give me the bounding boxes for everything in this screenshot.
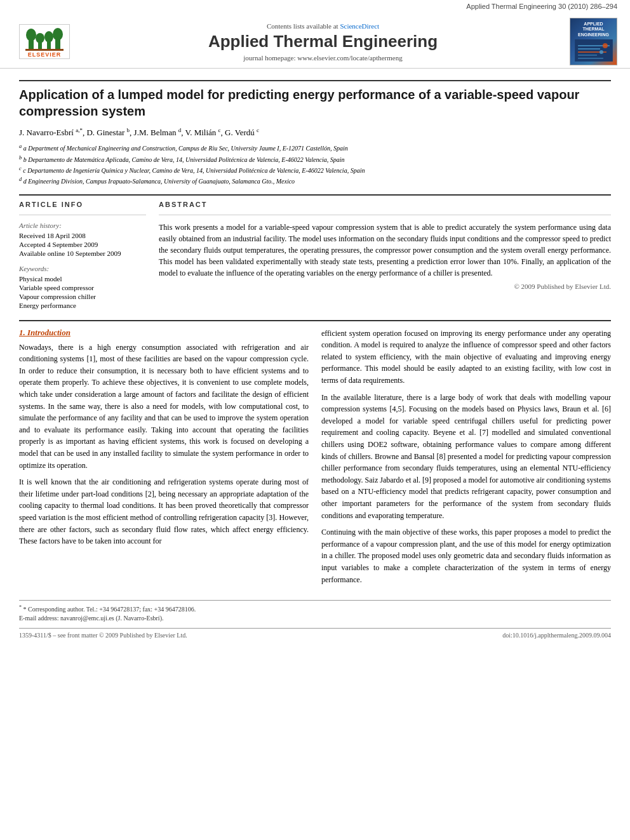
main-content: Application of a lumped model for predic… (0, 69, 630, 645)
affiliations: a a Department of Mechanical Engineering… (19, 143, 611, 186)
article-footer: * * Corresponding author. Tel.: +34 9647… (19, 600, 611, 622)
authors-line: J. Navarro-Esbrí a,*, D. Ginestar b, J.M… (19, 127, 611, 138)
journal-header-center: Contents lists available at ScienceDirec… (76, 22, 570, 62)
journal-thumb-graphic (575, 39, 613, 62)
body-content: 1. Introduction Nowadays, there is a hig… (19, 328, 611, 590)
journal-top-line: Contents lists available at ScienceDirec… (76, 22, 570, 30)
svg-point-1 (26, 29, 36, 41)
affil-b: b b Departamento de Matemática Aplicada,… (19, 154, 611, 164)
info-divider (19, 215, 146, 215)
journal-header: ELSEVIER Contents lists available at Sci… (0, 13, 630, 69)
corresponding-note: * * Corresponding author. Tel.: +34 9647… (19, 604, 611, 613)
body-col-right: efficient system operation focused on im… (321, 328, 611, 590)
keywords-section: Keywords: Physical model Variable speed … (19, 265, 146, 309)
info-abstract-cols: ARTICLE INFO Article history: Received 1… (19, 201, 611, 310)
abstract-text: This work presents a model for a variabl… (159, 222, 611, 279)
authors-text: J. Navarro-Esbrí a,*, D. Ginestar b, J.M… (19, 128, 259, 137)
svg-point-5 (44, 31, 53, 43)
keyword-2: Variable speed compressor (19, 284, 146, 291)
bottom-bar: 1359-4311/$ – see front matter © 2009 Pu… (19, 628, 611, 639)
body-divider (19, 320, 611, 321)
top-divider (19, 80, 611, 81)
svg-point-7 (53, 28, 63, 41)
intro-para-1: Nowadays, there is a high energy consump… (19, 342, 309, 472)
page-container: Applied Thermal Engineering 30 (2010) 28… (0, 0, 630, 645)
svg-point-3 (36, 33, 44, 43)
available-date: Available online 10 September 2009 (19, 250, 146, 257)
elsevier-logo-area: ELSEVIER (13, 24, 76, 59)
journal-title: Applied Thermal Engineering (76, 32, 570, 51)
svg-point-16 (599, 50, 603, 54)
article-info-label: ARTICLE INFO (19, 201, 146, 208)
affil-a: a a Department of Mechanical Engineering… (19, 143, 611, 153)
mid-divider (19, 194, 611, 196)
journal-thumbnail: APPLIED THERMAL ENGINEERING (570, 18, 617, 65)
abstract-divider (159, 215, 611, 215)
intro-heading: 1. Introduction (19, 328, 309, 338)
journal-homepage: journal homepage: www.elsevier.com/locat… (76, 54, 570, 62)
article-citation: Applied Thermal Engineering 30 (2010) 28… (466, 3, 617, 10)
keyword-3: Vapour compression chiller (19, 293, 146, 300)
doi-line: doi:10.1016/j.applthermaleng.2009.09.004 (502, 632, 611, 639)
history-label: Article history: (19, 222, 146, 229)
email-note: E-mail address: navanroj@emc.uji.es (J. … (19, 615, 611, 622)
intro-para-2: It is well known that the air conditioni… (19, 476, 309, 547)
copyright: © 2009 Published by Elsevier Ltd. (159, 283, 611, 290)
right-para-2: In the available literature, there is a … (321, 392, 611, 522)
affil-d: d d Engineering Division, Campus Irapuat… (19, 176, 611, 186)
sciencedirect-text: Contents lists available at (267, 22, 340, 30)
sciencedirect-link[interactable]: ScienceDirect (340, 22, 379, 30)
keyword-4: Energy performance (19, 302, 146, 309)
affil-c: c c Departamento de Ingeniería Química y… (19, 165, 611, 175)
issn-line: 1359-4311/$ – see front matter © 2009 Pu… (19, 632, 187, 639)
svg-rect-8 (25, 49, 64, 51)
abstract-label: ABSTRACT (159, 201, 611, 208)
right-para-1: efficient system operation focused on im… (321, 328, 611, 387)
elsevier-text: ELSEVIER (28, 51, 62, 58)
journal-thumb-title: APPLIED THERMAL ENGINEERING (573, 22, 613, 37)
right-para-3: Continuing with the main objective of th… (321, 526, 611, 585)
svg-point-15 (602, 43, 607, 48)
article-info-bar: Applied Thermal Engineering 30 (2010) 28… (0, 0, 630, 13)
article-title: Application of a lumped model for predic… (19, 86, 611, 119)
elsevier-logo: ELSEVIER (19, 24, 70, 59)
keyword-1: Physical model (19, 275, 146, 283)
article-info-col: ARTICLE INFO Article history: Received 1… (19, 201, 146, 310)
keywords-label: Keywords: (19, 265, 146, 272)
body-col-left: 1. Introduction Nowadays, there is a hig… (19, 328, 309, 590)
received-date: Received 18 April 2008 (19, 232, 146, 239)
accepted-date: Accepted 4 September 2009 (19, 241, 146, 248)
abstract-col: ABSTRACT This work presents a model for … (159, 201, 611, 310)
